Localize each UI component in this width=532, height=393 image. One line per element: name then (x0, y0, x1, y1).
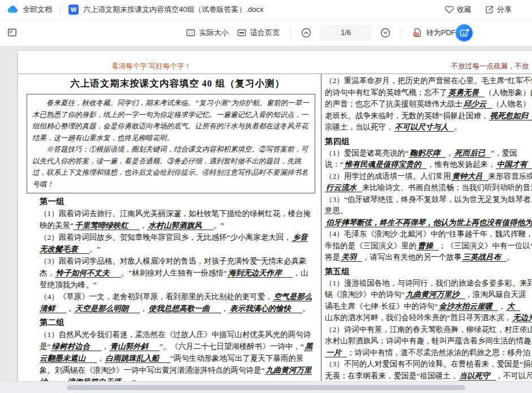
text-run: 意思。 (325, 206, 348, 215)
text-run: ；诗词中有情，道不尽孟浩然浓浓的羁旅之思：移舟泊 (347, 348, 530, 357)
convert-to-pdf-label: 转为PDF (426, 28, 456, 38)
next-page-button[interactable] (380, 27, 391, 38)
answer-blank: 伯牙摔琴断弦，终生不再弹琴，他认为世上再也没有值得他为之 (325, 218, 532, 227)
text-run: 帝指的是《三国演义》里的 (325, 241, 417, 250)
text-run: （人物形象）的狼 (484, 88, 532, 97)
worksheet-title: 六上语文期末按课文内容填空 40 组（复习小测） (40, 77, 315, 90)
answer-blank: 怜子如何不丈夫 (55, 269, 121, 278)
favorite-button[interactable]: 收藏 (445, 5, 471, 15)
text-run: ， (140, 304, 148, 313)
word-file-icon: W (68, 5, 79, 15)
all-docs-link[interactable]: 全部文档 (23, 5, 52, 15)
share-button[interactable]: 分享 (485, 5, 512, 15)
left-column: 六上语文期末按课文内容填空 40 组（复习小测） 春来夏往，秋收冬藏。同学们，期… (18, 74, 321, 393)
doc-line: 伯牙摔琴断弦，终生不再弹琴，他认为世上再也没有值得他为之 (325, 217, 532, 229)
text-run: ， (446, 149, 454, 157)
text-run: 山东的泗水河畔，我们会轻吟朱熹的“胜日寻芳泗水滨， (325, 313, 512, 322)
page-header-left: 看清每个字 写好每个字！ (111, 62, 191, 71)
text-run: 将是 (325, 253, 340, 261)
answer-blank: 鞠躬尽瘁 (409, 149, 446, 158)
section-heading: 第二组 (40, 316, 315, 329)
doc-line: （3）“伯牙破琴绝弦，终身不复鼓琴，以为世无足复为鼓琴者。” (325, 194, 532, 206)
answer-blank: 关羽 (340, 253, 362, 262)
answer-blank: 一片 (325, 348, 347, 357)
answer-blank: 中国才有 (496, 160, 532, 169)
text-run: ，浪淘风簸自天涯 (465, 290, 526, 299)
section-heading: 第五组 (325, 265, 532, 278)
doc-line: （4）毛泽东《浪淘沙·北戴河》中的“往事越千年，魏武挥鞭， (325, 228, 532, 240)
text-run: 来形容音乐或 (488, 172, 532, 180)
previous-page-button[interactable] (301, 27, 312, 38)
toolbar-divider (290, 28, 290, 38)
text-run: ， (221, 304, 229, 313)
doc-line: （2）跟着诗词回故乡。贺知章晚年辞官回乡，无比感怀“少小离家老大回，乡音无改鬓毛… (40, 231, 315, 255)
text-run: ；《三国演义》中有一位以“ (439, 241, 532, 250)
answer-blank: 三英战吕布 (462, 253, 507, 262)
doc-line: 意思。 (325, 205, 532, 217)
page-header-right: 不放过每一点疏漏，不放 (451, 62, 529, 71)
answer-blank: 视死忽如归 (489, 111, 532, 120)
answer-blank: 行云流水 (325, 183, 362, 192)
text-run: ”，爱国 (491, 149, 517, 157)
doc-line: （3）跟着诗词学品格。对敌人横眉冷对的鲁迅，对孩子充满怜爱“无情未必真豪杰，怜子… (40, 255, 315, 291)
answer-blank: 千里莺啼绿映红 (74, 221, 140, 230)
doc-line: （3）不同的人对爱国有不同的诠释。在曹植看来，爱国是“捐躯 (325, 359, 532, 370)
text-run: ，请写出有关他的另一个故事 (362, 253, 462, 261)
page-columns: 六上语文期末按课文内容填空 40 组（复习小测） 春来夏往，秋收冬藏。同学们，期… (18, 74, 532, 393)
doc-line: 老班长。战争来临时，无数的英雄“捐躯赴国难，视死忽如归 (325, 110, 532, 122)
topbar-divider (60, 5, 61, 14)
text-run: 宗疆土，当以死守， (325, 123, 394, 131)
horizontal-scrollbar-thumb[interactable] (67, 385, 465, 390)
answer-blank: 表示我满心的愉快 (229, 304, 302, 313)
ai-assistant-button[interactable]: AI (456, 24, 473, 41)
text-run: 的诗句中有红军的英雄气概；忘不了 (325, 88, 447, 97)
text-run: ”。《六月二十七日望湖楼醉书》一诗中，“ (160, 342, 304, 351)
answer-blank: 九曲黄河万里沙 (405, 290, 465, 299)
document-title: 六上语文期末按课文内容填空40组（试卷版答案）.docx (83, 5, 264, 15)
doc-line: 说：“惟有民魂是值得宝贵的，惟有他发扬起来，中国才有 (325, 159, 532, 171)
text-run: ， (66, 304, 74, 313)
doc-line: （4）《草原》一文，老舍初到草原，看到那里的天比别处的更可爱，空气是那么清鲜，天… (40, 291, 315, 314)
doc-line: （2）诗词中有景，江南的春天莺歌燕舞，柳绿花红，村庄依山傍 (325, 324, 532, 336)
text-run: （3）不同的人对爱国有不同的诠释。在曹植看来，爱国是“捐躯 (325, 360, 532, 368)
convert-to-pdf-button[interactable]: PDF 转为PDF (412, 27, 456, 38)
text-run: 。 (454, 123, 462, 131)
text-run: 锡《浪淘沙》中的诗句“ (325, 290, 405, 299)
top-bar: 全部文档 W 六上语文期末按课文内容填空40组（试卷版答案）.docx 收藏 分… (0, 0, 532, 19)
doc-line: 一片；诗词中有情，道不尽孟浩然浓浓的羁旅之思：移舟泊 (325, 347, 532, 359)
ai-icon: AI (459, 28, 470, 38)
text-run: 。”林则徐对人生独有一份感悟“ (121, 269, 227, 277)
horizontal-scrollbar-track[interactable] (0, 381, 532, 393)
answer-blank: 天空是那么明朗 (74, 304, 140, 313)
outline-panel-toggle[interactable] (7, 27, 18, 38)
text-run: （2）诗词中有景，江南的春天莺歌燕舞，柳绿花红，村庄依山傍 (325, 325, 532, 334)
doc-line: 山东的泗水河畔，我们会轻吟朱熹的“胜日寻芳泗水滨，无边光 (325, 312, 532, 324)
heart-icon (445, 5, 454, 14)
doc-line: 无畏；在李纲看来，爱国是“祖国疆土，当以死守，不可以尺 (325, 370, 532, 382)
text-run: 说：“ (325, 160, 344, 169)
fit-width-icon (237, 28, 247, 38)
share-label: 分享 (497, 5, 512, 15)
text-run: 无畏；在李纲看来，爱国是“祖国疆土， (325, 372, 458, 380)
answer-blank: 海到无边天作岸 (227, 269, 293, 278)
answer-blank: 死而后已 (453, 149, 491, 158)
actual-size-button[interactable]: 1:1 实际大小 (186, 28, 229, 38)
text-run: 。 (507, 253, 514, 261)
viewer-toolbar: 1:1 实际大小 适合页宽 1/6 (0, 19, 532, 46)
answer-blank: 不可以尺寸与人 (394, 123, 454, 132)
page-indicator[interactable]: 1/6 (320, 25, 372, 41)
doc-line: （2）用学过的成语填一填。人们常用黄钟大吕来形容音乐或 (325, 171, 532, 183)
answer-blank: 惟有民魂是值得宝贵的 (344, 160, 427, 169)
favorite-label: 收藏 (457, 5, 471, 15)
text-run: （4）毛泽东《浪淘沙·北戴河》中的“往事越千年，魏武挥鞭， (325, 230, 532, 238)
answer-blank: 白雨跳珠乱入船 (105, 354, 171, 363)
text-run: 来比喻诗文、书画自然流畅；当我们听到动听的音乐 (362, 183, 532, 192)
toolbar-divider-2 (401, 28, 402, 38)
fit-width-button[interactable]: 适合页宽 (237, 28, 280, 38)
text-run: （3）“伯牙破琴绝弦，终身不复鼓琴，以为世无足复为鼓琴者。” (325, 195, 532, 204)
actual-size-label: 实际大小 (199, 28, 229, 38)
text-run: ， (97, 354, 105, 362)
text-run: 。” (213, 221, 225, 230)
doc-line: 水村山郭酒旗风；诗词中有趣，蛙叫声蕴含着乡间生活的情趣：稻 (325, 335, 532, 347)
answer-blank: 黄钟大吕 (451, 172, 488, 181)
